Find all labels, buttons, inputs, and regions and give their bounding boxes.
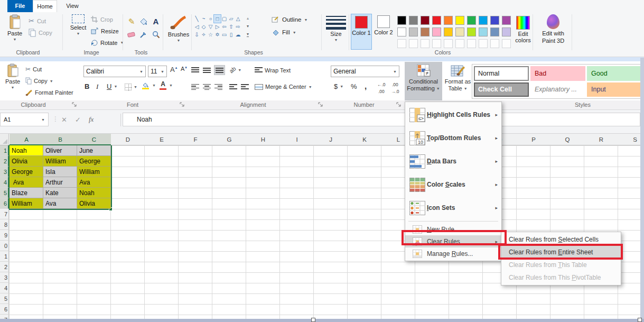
shape-12[interactable]: ⇧ <box>228 23 235 31</box>
select-all-corner[interactable] <box>0 134 9 145</box>
shapes-scroll[interactable]: ▴ ▾ ▾ <box>245 16 251 37</box>
palette-color[interactable] <box>502 27 511 36</box>
cf-menu-item-highlight-cells-rules[interactable]: ≤>Highlight Cells Rules▸ <box>405 103 501 126</box>
grip-dots-icon[interactable]: ⋮ <box>52 115 59 123</box>
align-left-button[interactable] <box>191 84 199 90</box>
shape-5[interactable]: ▱ <box>228 15 235 23</box>
resize-button[interactable]: Resize <box>91 27 119 34</box>
fill-color-button[interactable] <box>142 81 149 89</box>
bold-button[interactable]: B <box>85 82 89 90</box>
row-header-3[interactable]: 3 <box>0 167 9 177</box>
number-dialog-launcher[interactable] <box>396 102 402 108</box>
palette-color[interactable] <box>421 27 430 36</box>
row-header-13[interactable]: 3 <box>0 272 9 283</box>
palette-color[interactable] <box>409 16 418 25</box>
excel-cut-button[interactable]: ✂ Cut <box>25 66 42 73</box>
shape-14[interactable]: ⇩ <box>193 31 200 39</box>
column-header-D[interactable]: D <box>111 134 145 145</box>
cell-C6[interactable]: Olivia <box>77 198 111 209</box>
shape-7[interactable]: ◁ <box>193 23 200 31</box>
paint-copy-button[interactable]: Copy <box>29 29 52 37</box>
shape-19[interactable]: ▯ <box>228 31 235 39</box>
cell-B6[interactable]: Ava <box>43 198 77 209</box>
cancel-icon[interactable]: ✕ <box>61 116 67 124</box>
row-header-2[interactable]: 2 <box>0 156 9 167</box>
palette-color[interactable] <box>479 27 488 36</box>
row-header-11[interactable]: 1 <box>0 251 9 262</box>
align-center-button[interactable] <box>203 84 211 90</box>
column-header-K[interactable]: K <box>348 134 382 145</box>
palette-color[interactable] <box>432 16 441 25</box>
percent-button[interactable]: % <box>351 82 357 90</box>
row-header-14[interactable]: 4 <box>0 283 9 293</box>
column-header-S[interactable]: S <box>618 134 640 145</box>
paint-tab-file[interactable]: File <box>7 0 33 12</box>
text-tool-icon[interactable]: A <box>151 17 161 26</box>
italic-button[interactable]: I <box>96 82 98 91</box>
shape-17[interactable]: ✡ <box>214 31 221 39</box>
column-header-C[interactable]: C <box>77 134 111 145</box>
palette-color[interactable] <box>467 27 476 36</box>
edit-colors-button[interactable]: Edit colors <box>511 16 535 43</box>
crop-button[interactable]: Crop <box>91 16 113 23</box>
palette-color[interactable] <box>479 16 488 25</box>
shape-6[interactable]: △ <box>235 15 241 23</box>
font-color-button[interactable]: A <box>160 80 166 90</box>
cell-C2[interactable]: George <box>77 156 111 167</box>
column-header-I[interactable]: I <box>280 134 314 145</box>
cell-A6[interactable]: William <box>10 198 43 209</box>
increase-indent-button[interactable] <box>241 84 249 90</box>
resize-handle-corner[interactable] <box>638 318 642 322</box>
row-header-6[interactable]: 6 <box>0 198 9 209</box>
column-header-E[interactable]: E <box>145 134 179 145</box>
magnifier-tool-icon[interactable] <box>151 31 161 40</box>
palette-color[interactable] <box>467 16 476 25</box>
palette-color[interactable] <box>455 16 464 25</box>
name-box[interactable]: A1 ▼ <box>0 113 49 126</box>
cell-C1[interactable]: June <box>77 145 111 156</box>
underline-button[interactable]: U ▼ <box>107 82 117 90</box>
select-button[interactable]: Select ▼ <box>67 14 90 35</box>
font-color-caret[interactable]: ▼ <box>169 84 173 87</box>
column-header-F[interactable]: F <box>179 134 213 145</box>
row-header-17[interactable]: 7 <box>0 315 9 319</box>
shape-15[interactable]: ✧ <box>200 31 207 39</box>
outline-button[interactable]: Outline ▼ <box>272 16 307 23</box>
palette-color-empty[interactable] <box>502 39 511 48</box>
shape-2[interactable]: ○ <box>207 15 214 23</box>
row-header-8[interactable]: 8 <box>0 219 9 230</box>
palette-color[interactable] <box>444 16 453 25</box>
cell-A1[interactable]: Noah <box>10 145 43 156</box>
cell-style-bad[interactable]: Bad <box>530 66 585 81</box>
cell-A4[interactable]: Ava <box>10 177 43 188</box>
row-header-16[interactable]: 6 <box>0 304 9 315</box>
paint-cut-button[interactable]: ✂ Cut <box>29 17 46 25</box>
grow-font-button[interactable]: A ▴ <box>170 66 177 73</box>
cell-B2[interactable]: William <box>43 156 77 167</box>
palette-color-empty[interactable] <box>467 39 476 48</box>
palette-color[interactable] <box>444 27 453 36</box>
merge-center-button[interactable]: Merge & Center ▼ <box>255 84 312 90</box>
orientation-button[interactable]: ab ▼ <box>229 67 241 73</box>
palette-color[interactable] <box>490 27 499 36</box>
shape-0[interactable]: ╲ <box>193 15 200 23</box>
cell-style-explanatory[interactable]: Explanatory ... <box>530 82 585 97</box>
palette-color[interactable] <box>432 27 441 36</box>
shape-3[interactable]: □ <box>214 15 221 23</box>
brushes-button[interactable]: Brushes ▼ <box>166 14 191 42</box>
shape-16[interactable]: ☆ <box>207 31 214 39</box>
cell-style-check-cell[interactable]: Check Cell <box>474 82 529 97</box>
column-header-G[interactable]: G <box>212 134 247 145</box>
column-header-B[interactable]: B <box>43 134 78 145</box>
enter-icon[interactable]: ✓ <box>75 116 81 124</box>
borders-button[interactable]: ▼ <box>125 84 137 90</box>
excel-copy-button[interactable]: Copy ▼ <box>25 77 53 85</box>
font-family-select[interactable]: Calibri ▼ <box>83 66 146 77</box>
cell-C4[interactable]: Ava <box>77 177 111 188</box>
palette-color-empty[interactable] <box>490 39 499 48</box>
cell-C3[interactable]: William <box>77 167 111 177</box>
shape-9[interactable]: ▽ <box>207 23 214 31</box>
decrease-decimal-button[interactable]: .00→.0 <box>391 82 399 94</box>
middle-align-button[interactable] <box>203 67 211 73</box>
palette-color-empty[interactable] <box>409 39 418 48</box>
